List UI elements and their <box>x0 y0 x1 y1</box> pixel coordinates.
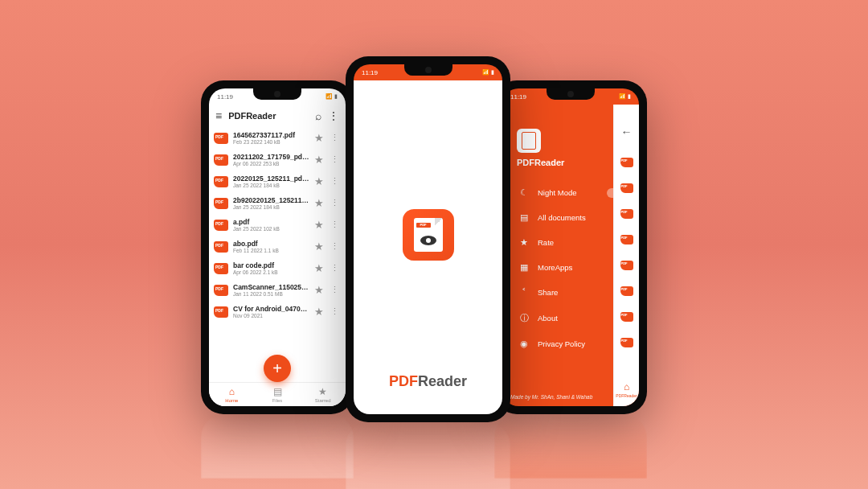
pdf-file-icon <box>214 241 228 253</box>
pdf-file-icon[interactable] <box>620 158 633 167</box>
splash-brand: PDFReader <box>389 373 467 414</box>
brand-reader: Reader <box>418 373 467 389</box>
file-row[interactable]: 2b920220125_125211_pdf.pdfJan 25 2022 18… <box>209 192 346 214</box>
star-icon[interactable]: ★ <box>314 262 324 274</box>
nav-home-label: Home <box>225 398 238 403</box>
pdf-file-icon[interactable] <box>620 338 633 347</box>
status-time: 11:19 <box>362 69 378 76</box>
file-list[interactable]: 1645627337117.pdfFeb 23 2022 140 kB★⋮202… <box>209 127 346 382</box>
file-row[interactable]: CamScanner_1150251.pdfJan 11 2022 0.51 M… <box>209 279 346 301</box>
home-icon: ⌂ <box>229 386 235 397</box>
star-icon[interactable]: ★ <box>314 154 324 166</box>
file-info: 2b920220125_125211_pdf.pdfJan 25 2022 18… <box>233 196 309 210</box>
menu-icon[interactable]: ≡ <box>215 109 222 122</box>
file-row[interactable]: CV for Android_04703.pdfNov 09 2021★⋮ <box>209 301 346 323</box>
info-icon: ⓘ <box>518 312 530 324</box>
pdf-file-icon[interactable] <box>620 209 633 219</box>
file-name: 2b920220125_125211_pdf.pdf <box>233 196 309 204</box>
phone-mockup-splash: 11:19 📶 ▮ PDF PDFReader <box>346 56 510 422</box>
file-meta: Apr 06 2022 253 kB <box>233 161 309 166</box>
more-icon[interactable]: ⋮ <box>329 285 339 295</box>
app-bar: ≡ PDFReader ⌕ ⋮ <box>209 105 346 127</box>
star-icon[interactable]: ★ <box>314 284 324 296</box>
file-name: bar code.pdf <box>233 261 309 269</box>
pdf-file-icon[interactable] <box>620 235 633 244</box>
reflection <box>494 414 647 479</box>
status-time: 11:19 <box>217 93 233 101</box>
drawer-screen: PDFReader ☾ Night Mode ▤ All documents ★… <box>502 105 639 406</box>
fab-add-button[interactable]: + <box>264 355 291 382</box>
drawer-night-label: Night Mode <box>538 188 577 197</box>
search-icon[interactable]: ⌕ <box>315 109 321 122</box>
eye-icon <box>420 236 436 245</box>
phone-camera <box>567 91 574 97</box>
file-name: CamScanner_1150251.pdf <box>233 283 309 291</box>
files-icon: ▤ <box>273 386 282 397</box>
star-icon[interactable]: ★ <box>314 219 324 231</box>
file-row[interactable]: 20220125_125211_pdf.pdfJan 25 2022 184 k… <box>209 171 346 192</box>
star-icon: ★ <box>318 386 327 397</box>
more-icon[interactable]: ⋮ <box>329 176 339 187</box>
pdf-file-icon <box>214 133 228 144</box>
more-icon[interactable]: ⋮ <box>328 109 339 122</box>
file-name: abo.pdf <box>233 240 309 248</box>
drawer-more-label: MoreApps <box>538 263 572 272</box>
drawer-footer-credit: Made by Mr. ShAn, Shani & Wahab <box>510 394 592 400</box>
pdf-file-icon <box>214 220 228 231</box>
underlying-list-edge: ← ⌂PDFReader <box>613 105 639 406</box>
file-row[interactable]: 20211202_171759_pdf.pdfApr 06 2022 253 k… <box>209 149 346 171</box>
star-icon[interactable]: ★ <box>314 240 324 253</box>
file-info: bar code.pdfApr 06 2022 2.1 kB <box>233 261 309 275</box>
edge-home[interactable]: ⌂PDFReader <box>616 381 637 398</box>
file-row[interactable]: abo.pdfFeb 11 2022 1.1 kB★⋮ <box>209 236 346 257</box>
file-meta: Jan 25 2022 102 kB <box>233 226 309 232</box>
more-icon[interactable]: ⋮ <box>329 220 339 230</box>
drawer-app-icon <box>517 129 541 153</box>
star-icon[interactable]: ★ <box>314 132 324 144</box>
pdf-file-icon[interactable] <box>620 286 633 296</box>
nav-starred[interactable]: ★Starred <box>300 383 346 406</box>
more-icon[interactable]: ⋮ <box>329 198 339 208</box>
brand-pdf: PDF <box>389 373 418 389</box>
app-title: PDFReader <box>228 111 309 121</box>
nav-files-label: Files <box>272 398 283 403</box>
drawer-share-label: Share <box>538 288 558 297</box>
file-row[interactable]: 1645627337117.pdfFeb 23 2022 140 kB★⋮ <box>209 127 346 149</box>
more-icon[interactable]: ⋮ <box>329 306 339 317</box>
file-name: CV for Android_04703.pdf <box>233 305 309 313</box>
drawer-privacy-label: Privacy Policy <box>538 339 585 348</box>
pdf-file-icon <box>214 154 228 166</box>
pdf-file-icon <box>214 285 228 296</box>
file-row[interactable]: bar code.pdfApr 06 2022 2.1 kB★⋮ <box>209 257 346 279</box>
file-meta: Feb 11 2022 1.1 kB <box>233 248 309 253</box>
document-icon: ▤ <box>518 212 530 223</box>
back-arrow-icon[interactable]: ← <box>621 125 633 138</box>
nav-files[interactable]: ▤Files <box>255 383 301 406</box>
file-name: a.pdf <box>233 218 309 226</box>
more-icon[interactable]: ⋮ <box>329 133 339 143</box>
status-icons: 📶 ▮ <box>619 93 631 100</box>
pdf-file-icon[interactable] <box>620 183 633 193</box>
nav-home[interactable]: ⌂Home <box>209 383 255 406</box>
file-meta: Feb 23 2022 140 kB <box>233 139 309 145</box>
more-icon[interactable]: ⋮ <box>329 154 339 165</box>
pdf-file-icon[interactable] <box>620 261 633 270</box>
file-row[interactable]: a.pdfJan 25 2022 102 kB★⋮ <box>209 214 346 236</box>
drawer-all-label: All documents <box>538 213 586 222</box>
file-info: CV for Android_04703.pdfNov 09 2021 <box>233 305 309 318</box>
file-name: 20220125_125211_pdf.pdf <box>233 175 309 183</box>
pdf-file-icon[interactable] <box>620 312 633 322</box>
pdf-document-icon: PDF <box>414 218 443 252</box>
drawer-about-label: About <box>538 314 558 323</box>
star-icon[interactable]: ★ <box>314 306 324 318</box>
moon-icon: ☾ <box>518 187 530 198</box>
reflection <box>201 414 354 479</box>
star-icon[interactable]: ★ <box>314 197 324 209</box>
file-info: a.pdfJan 25 2022 102 kB <box>233 218 309 232</box>
star-icon[interactable]: ★ <box>314 175 324 187</box>
pdf-file-icon <box>214 263 228 274</box>
more-icon[interactable]: ⋮ <box>329 263 339 273</box>
reflection <box>346 422 510 489</box>
more-icon[interactable]: ⋮ <box>329 241 339 252</box>
file-meta: Jan 25 2022 184 kB <box>233 183 309 188</box>
